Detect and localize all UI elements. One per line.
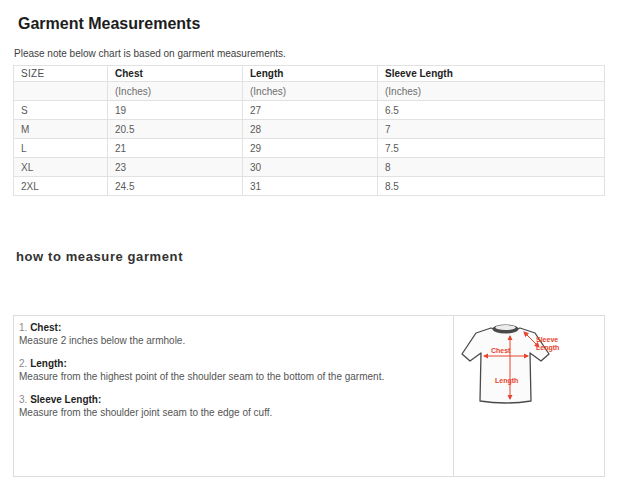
instruction-title: Chest: bbox=[30, 322, 61, 333]
instructions-panel: 1. Chest: Measure 2 inches below the arm… bbox=[14, 316, 454, 476]
size-chart-page: Garment Measurements Please note below c… bbox=[0, 14, 625, 477]
table-header-row: SIZE Chest Length Sleeve Length bbox=[14, 66, 605, 82]
table-row-s: S 19 27 6.5 bbox=[14, 101, 605, 120]
instruction-number: 2. bbox=[19, 358, 27, 369]
cell-chest: 19 bbox=[108, 101, 243, 120]
section-title: how to measure garment bbox=[16, 250, 605, 264]
cell-size: S bbox=[14, 101, 108, 120]
units-cell-sleeve: (Inches) bbox=[378, 82, 605, 101]
cell-sleeve: 7 bbox=[378, 120, 605, 139]
cell-length: 31 bbox=[243, 177, 378, 196]
cell-size: 2XL bbox=[14, 177, 108, 196]
instruction-label: 3. Sleeve Length: bbox=[19, 393, 445, 406]
collar-inner-shape bbox=[495, 325, 515, 330]
cell-length: 30 bbox=[243, 158, 378, 177]
cell-size: M bbox=[14, 120, 108, 139]
cell-sleeve: 8 bbox=[378, 158, 605, 177]
instruction-number: 3. bbox=[19, 394, 27, 405]
measure-box: 1. Chest: Measure 2 inches below the arm… bbox=[13, 315, 605, 477]
page-title: Garment Measurements bbox=[18, 14, 605, 34]
table-row-xl: XL 23 30 8 bbox=[14, 158, 605, 177]
sleeve-label-line1: Sleeve bbox=[536, 336, 558, 343]
length-label: Length bbox=[495, 377, 518, 385]
units-cell-length: (Inches) bbox=[243, 82, 378, 101]
instruction-title: Sleeve Length: bbox=[30, 394, 101, 405]
cell-length: 29 bbox=[243, 139, 378, 158]
tshirt-diagram-icon: Chest Length Sleeve Length bbox=[454, 316, 604, 436]
cell-chest: 20.5 bbox=[108, 120, 243, 139]
instruction-chest: 1. Chest: Measure 2 inches below the arm… bbox=[19, 321, 445, 347]
units-cell-size bbox=[14, 82, 108, 101]
diagram-panel: Chest Length Sleeve Length bbox=[454, 316, 604, 476]
instruction-sleeve-length: 3. Sleeve Length: Measure from the shoul… bbox=[19, 393, 445, 419]
column-header-chest: Chest bbox=[108, 66, 243, 82]
measurements-table: SIZE Chest Length Sleeve Length (Inches)… bbox=[13, 65, 605, 196]
cell-sleeve: 6.5 bbox=[378, 101, 605, 120]
note-text: Please note below chart is based on garm… bbox=[14, 48, 605, 59]
instruction-number: 1. bbox=[19, 322, 27, 333]
instruction-text: Measure from the highest point of the sh… bbox=[19, 370, 445, 383]
column-header-sleeve-length: Sleeve Length bbox=[378, 66, 605, 82]
sleeve-label-line2: Length bbox=[536, 344, 559, 352]
table-units-row: (Inches) (Inches) (Inches) bbox=[14, 82, 605, 101]
cell-chest: 24.5 bbox=[108, 177, 243, 196]
table-row-l: L 21 29 7.5 bbox=[14, 139, 605, 158]
cell-size: L bbox=[14, 139, 108, 158]
cell-sleeve: 8.5 bbox=[378, 177, 605, 196]
table-row-m: M 20.5 28 7 bbox=[14, 120, 605, 139]
instruction-title: Length: bbox=[30, 358, 67, 369]
cell-size: XL bbox=[14, 158, 108, 177]
table-row-2xl: 2XL 24.5 31 8.5 bbox=[14, 177, 605, 196]
cell-length: 28 bbox=[243, 120, 378, 139]
cell-chest: 21 bbox=[108, 139, 243, 158]
chest-label: Chest bbox=[491, 347, 511, 354]
cell-sleeve: 7.5 bbox=[378, 139, 605, 158]
units-cell-chest: (Inches) bbox=[108, 82, 243, 101]
instruction-text: Measure 2 inches below the armhole. bbox=[19, 334, 445, 347]
instruction-length: 2. Length: Measure from the highest poin… bbox=[19, 357, 445, 383]
instruction-label: 2. Length: bbox=[19, 357, 445, 370]
instruction-label: 1. Chest: bbox=[19, 321, 445, 334]
column-header-size: SIZE bbox=[14, 66, 108, 82]
cell-chest: 23 bbox=[108, 158, 243, 177]
instruction-text: Measure from the shoulder joint seam to … bbox=[19, 406, 445, 419]
column-header-length: Length bbox=[243, 66, 378, 82]
cell-length: 27 bbox=[243, 101, 378, 120]
